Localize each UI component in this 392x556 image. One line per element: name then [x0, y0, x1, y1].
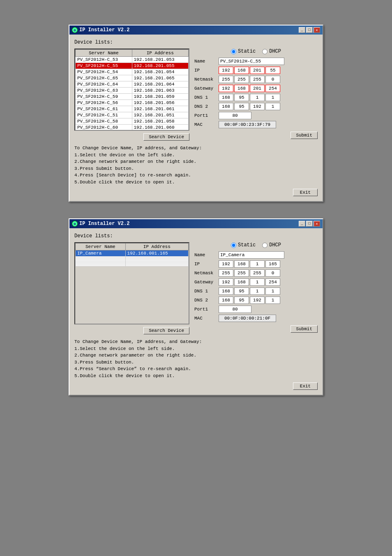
- gateway-oct1-1[interactable]: [219, 85, 233, 92]
- ip-oct1-1[interactable]: [219, 67, 233, 74]
- dns2-oct3-1[interactable]: [250, 103, 265, 110]
- device-ip-cell[interactable]: [125, 265, 188, 266]
- device-ip-cell[interactable]: 192.168.201.054: [132, 69, 189, 75]
- device-ip-cell[interactable]: 192.168.201.051: [132, 112, 189, 118]
- ip-oct3-2[interactable]: [250, 260, 265, 268]
- ip-oct2-1[interactable]: [234, 67, 249, 74]
- exit-button-1[interactable]: Exit: [293, 189, 318, 196]
- search-device-button-2[interactable]: Search Device: [143, 327, 189, 334]
- close-button-1[interactable]: ✕: [314, 27, 320, 33]
- close-button-2[interactable]: ✕: [314, 221, 320, 227]
- device-ip-cell[interactable]: 192.168.201.055: [132, 63, 189, 69]
- device-name-cell[interactable]: IP_Camera: [76, 250, 126, 257]
- ip-oct2-2[interactable]: [234, 260, 249, 268]
- gateway-oct3-1[interactable]: [250, 85, 265, 92]
- dns1-oct4-1[interactable]: [265, 94, 280, 101]
- device-name-cell[interactable]: PV_SF2012H-C_61: [76, 106, 132, 112]
- device-name-cell[interactable]: PV_SF2012H-C_63: [76, 88, 132, 94]
- netmask-oct4-2[interactable]: [265, 269, 280, 277]
- dhcp-radio-1[interactable]: [262, 49, 267, 54]
- gateway-oct4-1[interactable]: [265, 85, 280, 92]
- device-ip-cell[interactable]: 192.168.201.053: [132, 57, 189, 63]
- dns2-oct3-2[interactable]: [250, 297, 265, 304]
- gateway-oct2-1[interactable]: [234, 85, 249, 92]
- dns2-oct1-1[interactable]: [219, 103, 233, 110]
- device-ip-cell[interactable]: 192.168.201.065: [132, 75, 189, 81]
- device-table-wrapper-2[interactable]: Server Name IP Address IP_Camera192.168.…: [74, 242, 189, 324]
- netmask-oct3-2[interactable]: [250, 269, 265, 277]
- port1-row-2: Port1: [194, 306, 318, 313]
- name-input-2[interactable]: [219, 251, 284, 259]
- ip-oct4-2[interactable]: [265, 260, 280, 268]
- device-ip-cell[interactable]: 192.168.201.063: [132, 88, 189, 94]
- instructions-2: To Change Device Name, IP address, and G…: [74, 338, 318, 379]
- gateway-oct3-2[interactable]: [250, 278, 265, 286]
- device-table-wrapper-1[interactable]: Server Name IP Address PV_SF2012H-C_5319…: [74, 49, 189, 131]
- window-2: ✿ IP Installer V2.2 _ □ ✕ Device lists: …: [69, 218, 323, 396]
- static-radio-2[interactable]: [231, 243, 236, 248]
- dns2-oct1-2[interactable]: [219, 297, 233, 304]
- netmask-oct2-2[interactable]: [234, 269, 249, 277]
- dns1-oct2-2[interactable]: [234, 287, 249, 295]
- dns1-oct1-1[interactable]: [219, 94, 233, 101]
- device-name-cell[interactable]: PV_SF2012H-C_51: [76, 112, 132, 118]
- netmask-oct1-1[interactable]: [219, 76, 233, 83]
- device-name-cell[interactable]: PV_SF2012H-C_65: [76, 75, 132, 81]
- restore-button-1[interactable]: □: [306, 27, 313, 33]
- dns1-oct2-1[interactable]: [234, 94, 249, 101]
- device-ip-cell[interactable]: 192.168.201.056: [132, 100, 189, 106]
- dns2-oct2-1[interactable]: [234, 103, 249, 110]
- device-name-cell[interactable]: PV_SF2012H-C_53: [76, 57, 132, 63]
- gateway-oct1-2[interactable]: [219, 278, 233, 286]
- device-name-cell[interactable]: PV_SF2012H-C_60: [76, 125, 132, 131]
- device-name-cell[interactable]: PV_SF2012H-C_58: [76, 118, 132, 125]
- search-device-button-1[interactable]: Search Device: [143, 133, 189, 141]
- netmask-oct3-1[interactable]: [250, 76, 265, 83]
- device-name-cell[interactable]: [76, 265, 126, 266]
- dns2-oct2-2[interactable]: [234, 297, 249, 304]
- port1-input-1[interactable]: [219, 112, 251, 119]
- device-ip-cell[interactable]: 192.168.201.064: [132, 81, 189, 88]
- device-name-cell[interactable]: PV_SF2012H-C_55: [76, 63, 132, 69]
- ip-oct3-1[interactable]: [250, 67, 265, 74]
- dns1-oct1-2[interactable]: [219, 287, 233, 295]
- static-option-2[interactable]: Static: [231, 242, 256, 248]
- ip-oct4-1[interactable]: [265, 67, 280, 74]
- minimize-button-1[interactable]: _: [299, 27, 305, 33]
- gateway-oct4-2[interactable]: [265, 278, 280, 286]
- device-ip-cell[interactable]: 192.168.201.057: [132, 131, 189, 131]
- device-name-cell[interactable]: PV_SF2012H-C_56: [76, 100, 132, 106]
- static-option-1[interactable]: Static: [231, 49, 256, 54]
- netmask-oct1-2[interactable]: [219, 269, 233, 277]
- dhcp-radio-2[interactable]: [262, 243, 267, 248]
- device-ip-cell[interactable]: 192.168.201.060: [132, 125, 189, 131]
- submit-button-2[interactable]: Submit: [291, 325, 318, 333]
- device-name-cell[interactable]: PV_SF2012H-C_59: [76, 94, 132, 100]
- dns1-oct4-2[interactable]: [265, 287, 280, 295]
- device-name-cell[interactable]: PV_SF2012H-C_54: [76, 69, 132, 75]
- device-name-cell[interactable]: PV_SF2012H-C_64: [76, 81, 132, 88]
- device-ip-cell[interactable]: 192.168.201.061: [132, 106, 189, 112]
- minimize-button-2[interactable]: _: [299, 221, 305, 227]
- device-ip-cell[interactable]: 192.168.201.059: [132, 94, 189, 100]
- static-radio-1[interactable]: [231, 49, 236, 54]
- exit-button-2[interactable]: Exit: [293, 382, 318, 390]
- name-input-1[interactable]: [219, 58, 284, 65]
- search-btn-row-1: Search Device: [74, 133, 189, 141]
- dns2-oct4-1[interactable]: [265, 103, 280, 110]
- device-name-cell[interactable]: PV_SF2012H-C_57: [76, 131, 132, 131]
- dhcp-option-1[interactable]: DHCP: [262, 49, 281, 54]
- port1-input-2[interactable]: [219, 306, 251, 313]
- dns1-oct3-2[interactable]: [250, 287, 265, 295]
- dhcp-option-2[interactable]: DHCP: [262, 242, 281, 248]
- dns2-oct4-2[interactable]: [265, 297, 280, 304]
- submit-button-1[interactable]: Submit: [291, 132, 318, 139]
- device-ip-cell[interactable]: 192.168.001.165: [125, 250, 188, 257]
- netmask-oct2-1[interactable]: [234, 76, 249, 83]
- gateway-oct2-2[interactable]: [234, 278, 249, 286]
- dns1-oct3-1[interactable]: [250, 94, 265, 101]
- ip-oct1-2[interactable]: [219, 260, 233, 268]
- restore-button-2[interactable]: □: [306, 221, 313, 227]
- netmask-oct4-1[interactable]: [265, 76, 280, 83]
- device-ip-cell[interactable]: 192.168.201.058: [132, 118, 189, 125]
